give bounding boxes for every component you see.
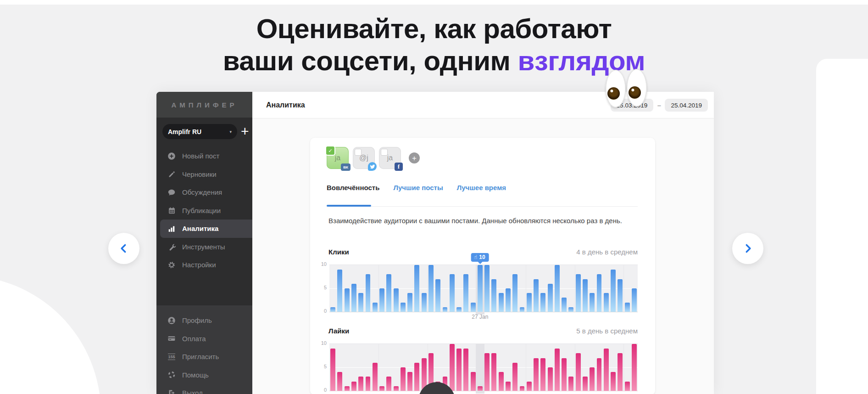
bar[interactable] [583,279,588,312]
bar[interactable] [568,307,573,312]
bar[interactable] [512,274,517,312]
bar[interactable] [337,270,342,312]
bar[interactable] [540,293,545,312]
bar[interactable] [590,293,595,312]
bar[interactable] [562,298,567,312]
bar[interactable] [330,349,335,391]
account-tile-facebook[interactable]: ја f [379,147,401,169]
bar[interactable] [625,382,630,391]
sidebar-item-invite[interactable]: 15$ Пригласить [156,348,252,366]
bar[interactable] [394,288,399,312]
bar[interactable] [450,274,455,312]
bar[interactable] [548,367,553,391]
bar[interactable] [618,279,623,312]
bar[interactable] [484,353,490,391]
likes-plot[interactable] [329,343,638,391]
sidebar-item-help[interactable]: Помощь [156,366,252,384]
bar[interactable] [337,372,342,391]
bar[interactable] [590,367,595,391]
bar[interactable] [632,288,637,312]
bar[interactable] [527,382,532,391]
bar[interactable] [540,358,545,391]
sidebar-item-analytics[interactable]: Аналитика [160,220,252,238]
clicks-plot[interactable]: ☝10 [329,265,638,312]
sidebar-item-publications[interactable]: Публикации [156,202,252,220]
sidebar-item-profile[interactable]: Профиль [156,311,252,330]
bar[interactable] [414,265,419,312]
bar[interactable] [576,274,581,312]
bar[interactable] [401,303,406,312]
bar[interactable] [373,303,378,312]
bar[interactable] [478,265,483,312]
bar[interactable] [611,270,616,312]
bar[interactable] [632,344,637,391]
bar[interactable] [366,274,371,312]
bar[interactable] [351,284,356,312]
add-account-button[interactable]: + [409,152,420,163]
tab-engagement[interactable]: Вовлечённость [327,184,379,191]
bar[interactable] [499,372,504,391]
bar[interactable] [491,279,496,312]
bar[interactable] [373,363,378,391]
bar[interactable] [568,377,573,391]
bar[interactable] [499,293,504,312]
tab-best-posts[interactable]: Лучшие посты [393,184,443,191]
bar[interactable] [491,353,496,391]
bar[interactable] [379,288,384,312]
sidebar-item-discussions[interactable]: Обсуждения [156,183,252,202]
bar[interactable] [604,293,609,312]
bar[interactable] [548,284,553,312]
bar[interactable] [330,307,335,312]
bar[interactable] [345,288,350,312]
bar[interactable] [611,372,616,391]
bar[interactable] [386,377,391,391]
sidebar-item-billing[interactable]: Оплата [156,330,252,348]
bar[interactable] [625,303,630,312]
bar[interactable] [520,386,525,391]
bar[interactable] [456,307,462,312]
bar[interactable] [471,372,476,391]
bar[interactable] [583,377,588,391]
bar[interactable] [351,382,356,391]
bar[interactable] [534,279,539,312]
bar[interactable] [358,293,363,312]
tab-best-time[interactable]: Лучшее время [457,184,506,191]
bar[interactable] [394,386,399,391]
bar[interactable] [527,293,532,312]
bar[interactable] [484,265,490,312]
date-to-field[interactable]: 25.04.2019 [665,99,708,112]
bar[interactable] [562,358,567,391]
bar[interactable] [407,293,412,312]
project-selector[interactable]: Amplifr RU ▾ [162,124,237,139]
bar[interactable] [443,307,448,312]
bar[interactable] [379,386,384,391]
account-tile-twitter[interactable]: @ј [353,147,375,169]
account-tile-vk[interactable]: ја ✓ ВК [327,147,349,169]
bar[interactable] [463,349,468,391]
bar[interactable] [576,353,581,391]
bar[interactable] [450,344,455,391]
bar[interactable] [534,358,539,391]
carousel-prev-button[interactable] [108,233,139,264]
bar[interactable] [401,367,406,391]
bar[interactable] [506,382,511,391]
sidebar-item-logout[interactable]: Выход [156,384,252,394]
sidebar-item-new-post[interactable]: Новый пост [156,147,252,165]
bar[interactable] [597,358,602,391]
add-project-button[interactable]: + [241,123,249,140]
bar[interactable] [435,279,440,312]
bar[interactable] [422,293,427,312]
sidebar-item-drafts[interactable]: Черновики [156,165,252,184]
checkbox-icon[interactable] [355,149,362,156]
bar[interactable] [555,349,560,391]
bar[interactable] [345,386,350,391]
bar[interactable] [512,363,517,391]
carousel-next-button[interactable] [732,233,763,264]
bar[interactable] [555,265,560,312]
bar[interactable] [506,288,511,312]
bar[interactable] [386,274,391,312]
sidebar-item-tools[interactable]: Инструменты [156,238,252,256]
bar[interactable] [456,349,462,391]
bar[interactable] [366,377,371,391]
bar[interactable] [618,353,623,391]
